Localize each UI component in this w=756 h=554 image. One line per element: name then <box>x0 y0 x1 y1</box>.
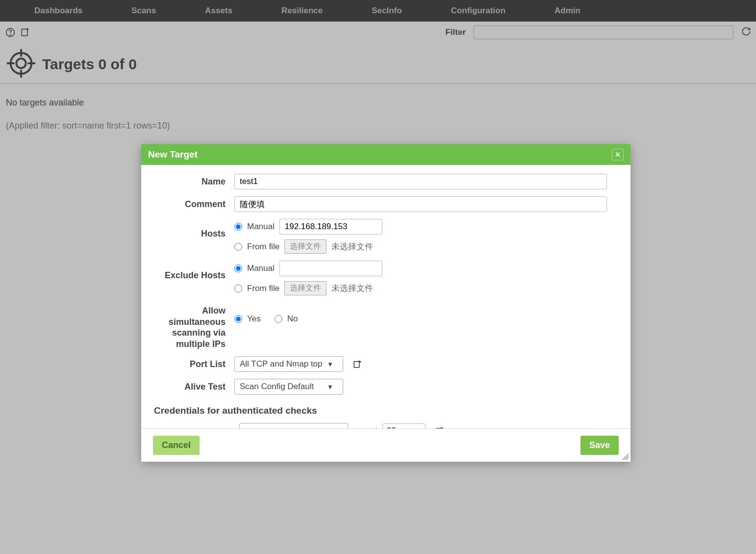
hosts-manual-label: Manual <box>247 222 275 232</box>
label-comment: Comment <box>154 196 234 210</box>
resize-grip-icon[interactable] <box>622 453 630 461</box>
credentials-heading: Credentials for authenticated checks <box>154 405 618 416</box>
alive-test-selected: Scan Config Default <box>240 382 323 392</box>
modal-footer: Cancel Save <box>141 428 630 462</box>
hosts-file-status: 未选择文件 <box>331 241 373 252</box>
simul-no-label: No <box>287 314 298 324</box>
chevron-down-icon: ▼ <box>332 427 338 429</box>
label-hosts: Hosts <box>154 219 234 239</box>
label-exclude-hosts: Exclude Hosts <box>154 261 234 281</box>
simul-yes-label: Yes <box>247 314 261 324</box>
simul-yes-radio[interactable] <box>234 315 242 323</box>
alive-test-select[interactable]: Scan Config Default ▼ <box>234 379 343 395</box>
modal-header: New Target × <box>141 144 630 165</box>
new-ssh-credential-icon[interactable] <box>434 425 445 428</box>
modal-title: New Target <box>148 149 198 160</box>
label-alive-test: Alive Test <box>154 379 234 392</box>
simul-no-radio[interactable] <box>275 315 282 323</box>
exclude-manual-radio[interactable] <box>234 264 242 272</box>
ssh-selected: -- <box>245 426 328 428</box>
exclude-fromfile-label: From file <box>247 284 279 293</box>
hosts-choose-file-button[interactable]: 选择文件 <box>284 239 327 254</box>
exclude-manual-input[interactable] <box>279 261 382 276</box>
exclude-file-status: 未选择文件 <box>331 283 373 294</box>
hosts-manual-input[interactable] <box>279 219 382 235</box>
ssh-port-input[interactable] <box>382 423 426 428</box>
cancel-button[interactable]: Cancel <box>153 436 200 455</box>
hosts-manual-radio[interactable] <box>234 223 242 231</box>
ssh-on-port-label: on port <box>353 426 378 428</box>
exclude-manual-label: Manual <box>247 264 275 273</box>
label-name: Name <box>154 174 234 187</box>
label-port-list: Port List <box>154 356 234 369</box>
svg-rect-9 <box>354 362 359 368</box>
chevron-down-icon: ▼ <box>327 361 333 368</box>
exclude-choose-file-button[interactable]: 选择文件 <box>284 281 327 295</box>
chevron-down-icon: ▼ <box>327 383 333 391</box>
exclude-fromfile-radio[interactable] <box>234 285 242 292</box>
new-port-list-icon[interactable] <box>352 359 363 369</box>
port-list-select[interactable]: All TCP and Nmap top 100 ▼ <box>234 356 343 372</box>
comment-input[interactable] <box>234 196 607 212</box>
ssh-credential-select[interactable]: -- ▼ <box>239 423 348 428</box>
label-allow-simultaneous: Allow simultaneous scanning via multiple… <box>154 302 234 349</box>
label-ssh: SSH <box>154 425 234 429</box>
new-target-modal: New Target × Name Comment Hosts Manual <box>141 144 630 462</box>
modal-body: Name Comment Hosts Manual <box>141 165 630 428</box>
close-icon[interactable]: × <box>612 149 624 160</box>
save-button[interactable]: Save <box>580 436 619 455</box>
name-input[interactable] <box>234 174 607 189</box>
hosts-fromfile-label: From file <box>247 242 279 252</box>
hosts-fromfile-radio[interactable] <box>234 243 242 251</box>
port-list-selected: All TCP and Nmap top 100 <box>240 359 323 369</box>
